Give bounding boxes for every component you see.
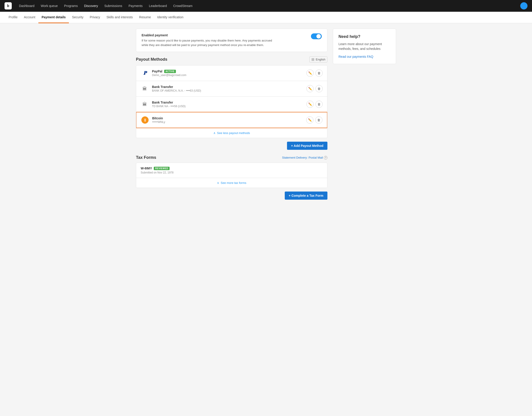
chevron-down-icon: ∨ [217,181,219,185]
left-panel: Enabled payment If for some reason you'd… [136,29,327,200]
translate-icon: ⊞ [311,57,314,62]
tax-forms-title: Tax Forms [136,155,156,160]
paypal-name: PayPal ACTIVE [152,69,306,73]
paypal-info: PayPal ACTIVE Demo_user@bugcrowd.com [152,69,306,77]
tab-profile[interactable]: Profile [5,12,21,23]
bank1-detail: BANK OF AMERICA, N.A. - ••••63 (USD) [152,89,306,92]
payout-item-bank2: 🏛 Bank Transfer TD BANK NA - ••••56 (USD… [136,96,327,112]
enabled-payment-card: Enabled payment If for some reason you'd… [136,29,327,52]
paypal-delete-button[interactable]: 🗑 [315,69,323,77]
avatar[interactable] [520,2,527,9]
enabled-payment-title: Enabled payment [142,33,273,37]
payments-faq-link[interactable]: Read our payments FAQ [338,55,373,58]
tab-resume[interactable]: Resume [136,12,154,23]
nav-crowdstream[interactable]: CrowdStream [170,3,195,9]
bitcoin-icon: ₿ [141,116,149,124]
payout-methods-section: Payout Methods ⊞ English 𝐏 PayPal ACTIVE [136,57,327,150]
paypal-detail: Demo_user@bugcrowd.com [152,74,306,77]
tax-form-item: W-8IMY REVIEWED Submitted on Nov 22, 197… [136,163,327,178]
see-less-payout-button[interactable]: ∧ See less payout methods [136,128,327,138]
bank1-name: Bank Transfer [152,85,306,89]
reviewed-badge: REVIEWED [154,167,169,170]
logo[interactable]: b [5,2,12,9]
tax-form-name: W-8IMY REVIEWED [141,167,323,170]
bitcoin-delete-button[interactable]: 🗑 [315,116,323,124]
bank1-info: Bank Transfer BANK OF AMERICA, N.A. - ••… [152,85,306,92]
bank1-actions: ✏️ 🗑 [306,85,323,92]
bank1-delete-button[interactable]: 🗑 [315,85,323,92]
nav-leaderboard[interactable]: Leaderboard [146,3,170,9]
payout-methods-title: Payout Methods [136,57,167,62]
right-panel: Need help? Learn more about our payment … [333,29,396,200]
tab-security[interactable]: Security [69,12,87,23]
bitcoin-name: Bitcoin [152,116,306,120]
language-label: English [316,58,325,61]
payment-toggle[interactable] [311,33,322,39]
tab-privacy[interactable]: Privacy [87,12,103,23]
sub-nav: Profile Account Payment details Security… [0,12,532,23]
bank2-detail: TD BANK NA - ••••56 (USD) [152,105,306,108]
enabled-payment-text: Enabled payment If for some reason you'd… [142,33,273,47]
help-card: Need help? Learn more about our payment … [333,29,396,64]
language-selector[interactable]: ⊞ English [309,57,327,63]
bank2-edit-button[interactable]: ✏️ [306,101,314,108]
see-more-tax-forms-button[interactable]: ∨ See more tax forms [136,178,327,188]
statement-delivery: Statement Delivery: Postal Mail ? [282,156,327,160]
bitcoin-info: Bitcoin ••••••WNLy [152,116,306,124]
help-title: Need help? [338,34,390,39]
bank2-icon: 🏛 [141,100,149,108]
paypal-actions: ✏️ 🗑 [306,69,323,77]
payout-item-paypal: 𝐏 PayPal ACTIVE Demo_user@bugcrowd.com ✏… [136,66,327,81]
payout-methods-header: Payout Methods ⊞ English [136,57,327,63]
bank2-actions: ✏️ 🗑 [306,101,323,108]
bank2-name: Bank Transfer [152,101,306,104]
add-payout-method-button[interactable]: + Add Payout Method [287,142,327,150]
top-nav-links: Dashboard Work queue Programs Discovery … [16,3,520,9]
chevron-up-icon: ∧ [213,131,216,135]
bank1-edit-button[interactable]: ✏️ [306,85,314,92]
bitcoin-edit-button[interactable]: ✏️ [306,116,313,124]
tab-identity-verification[interactable]: Identity verification [154,12,187,23]
nav-programs[interactable]: Programs [61,3,81,9]
enabled-payment-desc: If for some reason you'd like to pause p… [142,38,273,47]
complete-tax-form-button[interactable]: + Complete a Tax Form [285,191,327,200]
tax-list: W-8IMY REVIEWED Submitted on Nov 22, 197… [136,163,327,188]
tax-forms-header: Tax Forms Statement Delivery: Postal Mai… [136,155,327,160]
complete-tax-container: + Complete a Tax Form [136,191,327,200]
active-badge: ACTIVE [164,70,176,73]
add-payout-container: + Add Payout Method [136,142,327,150]
nav-dashboard[interactable]: Dashboard [16,3,37,9]
main-content: Enabled payment If for some reason you'd… [130,23,402,205]
bitcoin-actions: ✏️ 🗑 [306,116,323,124]
payout-list: 𝐏 PayPal ACTIVE Demo_user@bugcrowd.com ✏… [136,65,327,138]
tax-forms-section: Tax Forms Statement Delivery: Postal Mai… [136,155,327,200]
statement-delivery-value[interactable]: Postal Mail [308,156,323,159]
nav-submissions[interactable]: Submissions [102,3,125,9]
paypal-edit-button[interactable]: ✏️ [306,69,314,77]
tab-payment-details[interactable]: Payment details [38,12,69,23]
bank2-info: Bank Transfer TD BANK NA - ••••56 (USD) [152,101,306,108]
tab-account[interactable]: Account [21,12,39,23]
statement-help-icon[interactable]: ? [324,156,327,160]
tab-skills-interests[interactable]: Skills and interests [103,12,136,23]
paypal-icon: 𝐏 [141,69,149,77]
payout-item-bitcoin: ₿ Bitcoin ••••••WNLy ✏️ 🗑 [136,112,327,128]
nav-work-queue[interactable]: Work queue [38,3,60,9]
nav-payments[interactable]: Payments [126,3,145,9]
tax-submitted-date: Submitted on Nov 22, 1978 [141,171,323,174]
top-nav: b Dashboard Work queue Programs Discover… [0,0,532,12]
nav-discovery[interactable]: Discovery [81,3,100,9]
help-description: Learn more about our payment methods, fe… [338,42,390,51]
bank1-icon: 🏛 [141,85,149,93]
payout-item-bank1: 🏛 Bank Transfer BANK OF AMERICA, N.A. - … [136,81,327,96]
bank2-delete-button[interactable]: 🗑 [315,101,323,108]
enabled-payment-row: Enabled payment If for some reason you'd… [142,33,322,47]
bitcoin-detail: ••••••WNLy [152,121,306,124]
